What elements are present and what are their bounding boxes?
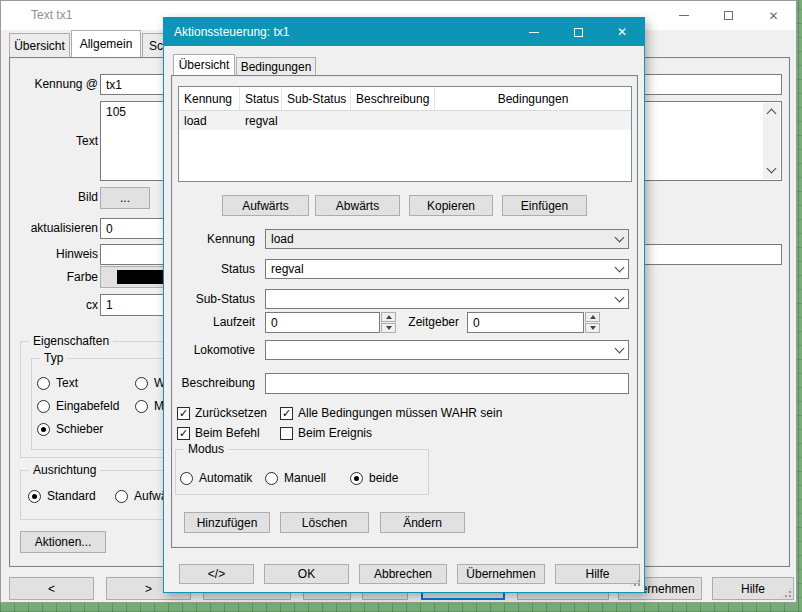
radio-automatik[interactable] [180,472,193,485]
radio-typ-web[interactable] [135,377,148,390]
dialog-close-button[interactable]: ✕ [600,18,644,46]
close-icon: ✕ [617,25,627,39]
dialog-maximize-button[interactable] [556,18,600,46]
farbe-label: Farbe [12,266,98,288]
alle-bedingungen-checkbox[interactable]: ✓ [280,407,293,420]
kennung-combobox[interactable]: load [265,229,629,249]
substatus-combobox[interactable] [265,289,629,309]
radio-typ-mod[interactable] [135,400,148,413]
radio-typ-eingabefeld-label: Eingabefeld [56,398,119,414]
dialog-minimize-button[interactable] [512,18,556,46]
radio-typ-schieber[interactable] [37,423,50,436]
zeitgeber-spinner[interactable] [585,312,600,333]
beim-ereignis-checkbox[interactable] [280,427,293,440]
spinner-up-icon [381,312,396,322]
hilfe-button[interactable]: Hilfe [712,577,794,600]
col-kennung: Kennung [179,87,240,110]
radio-standard[interactable] [28,490,41,503]
uebersicht-tab-panel: Kennung Status Sub-Status Beschreibung B… [171,75,638,548]
ausrichtung-group-title: Ausrichtung [29,463,100,477]
desktop: Text tx1 ✕ Übersicht Allgemein Sch Kennu… [0,0,802,612]
beschreibung-label: Beschreibung [172,373,255,394]
kennung-label: Kennung @ [12,74,98,95]
radio-aufwaerts[interactable] [115,490,128,503]
actions-table[interactable]: Kennung Status Sub-Status Beschreibung B… [178,86,632,182]
loeschen-button[interactable]: Löschen [280,512,369,533]
dialog-abbrechen-button[interactable]: Abbrechen [359,564,447,584]
window-title: Text tx1 [31,1,72,30]
kopieren-button[interactable]: Kopieren [409,195,493,216]
laufzeit-label: Laufzeit [172,312,255,333]
hinweis-label: Hinweis [12,244,98,265]
hinzufuegen-button[interactable]: Hinzufügen [184,512,270,533]
zuruecksetzen-checkbox[interactable]: ✓ [177,407,190,420]
table-row[interactable]: load regval [179,111,631,130]
abwaerts-button[interactable]: Abwärts [315,195,400,216]
spinner-down-icon [381,323,396,333]
maximize-icon [724,11,733,20]
bild-label: Bild [12,187,98,208]
maximize-icon [574,28,583,37]
aktionen-button[interactable]: Aktionen... [20,531,106,553]
einfuegen-button[interactable]: Einfügen [502,195,587,216]
kennung-label: Kennung [172,229,255,249]
aendern-button[interactable]: Ändern [380,512,465,533]
dialog-ok-button[interactable]: OK [264,564,349,584]
col-status: Status [240,87,282,110]
zeitgeber-input[interactable]: 0 [467,312,584,333]
radio-typ-text[interactable] [37,377,50,390]
dialog-tab-uebersicht[interactable]: Übersicht [173,54,235,75]
laufzeit-spinner[interactable] [381,312,396,333]
radio-typ-text-label: Text [56,375,78,391]
dialog-uebernehmen-button[interactable]: Übernehmen [457,564,545,584]
minimize-icon [679,15,689,16]
chevron-down-icon [615,262,625,272]
dialog-titlebar[interactable]: Aktionssteuerung: tx1 ✕ [164,18,644,46]
chevron-down-icon [615,292,625,302]
scroll-down-icon[interactable] [763,162,780,179]
text-scrollbar[interactable] [763,103,780,179]
zuruecksetzen-label: Zurücksetzen [195,405,267,421]
zeitgeber-label: Zeitgeber [407,312,459,333]
status-label: Status [172,259,255,279]
table-header: Kennung Status Sub-Status Beschreibung B… [179,87,631,111]
prev-button[interactable]: < [9,577,94,600]
check-icon: ✓ [179,408,188,419]
dialog-xml-button[interactable]: </> [179,564,254,584]
laufzeit-input[interactable]: 0 [265,312,380,333]
scroll-up-icon[interactable] [763,103,780,120]
typ-group-title: Typ [40,351,67,365]
aufwaerts-button[interactable]: Aufwärts [222,195,309,216]
radio-manuell-label: Manuell [284,470,326,486]
dialog-tab-bedingungen[interactable]: Bedingungen [236,57,316,75]
tab-uebersicht[interactable]: Übersicht [9,33,70,57]
radio-typ-schieber-label: Schieber [56,421,103,437]
minimize-button[interactable] [661,1,706,30]
dialog-title: Aktionssteuerung: tx1 [174,18,289,46]
lokomotive-combobox[interactable] [265,340,629,360]
beschreibung-input[interactable] [265,373,629,394]
lokomotive-label: Lokomotive [172,340,255,360]
dialog-hilfe-button[interactable]: Hilfe [555,564,640,584]
radio-automatik-label: Automatik [199,470,252,486]
radio-standard-label: Standard [47,488,96,504]
col-beschreibung: Beschreibung [351,87,435,110]
eigenschaften-group-title: Eigenschaften [29,334,113,348]
close-button[interactable]: ✕ [751,1,796,30]
check-icon: ✓ [282,408,291,419]
col-bedingungen: Bedingungen [435,87,631,110]
bild-browse-button[interactable]: ... [100,187,150,209]
text-label: Text [12,101,98,181]
tab-allgemein[interactable]: Allgemein [71,30,141,57]
col-substatus: Sub-Status [282,87,351,110]
radio-beide[interactable] [350,472,363,485]
spinner-up-icon [585,312,600,322]
radio-typ-eingabefeld[interactable] [37,400,50,413]
modus-group-title: Modus [184,442,228,456]
radio-manuell[interactable] [265,472,278,485]
beim-befehl-checkbox[interactable]: ✓ [177,427,190,440]
alle-bedingungen-label: Alle Bedingungen müssen WAHR sein [298,405,502,421]
status-combobox[interactable]: regval [265,259,629,279]
close-icon: ✕ [768,9,778,23]
maximize-button[interactable] [706,1,751,30]
